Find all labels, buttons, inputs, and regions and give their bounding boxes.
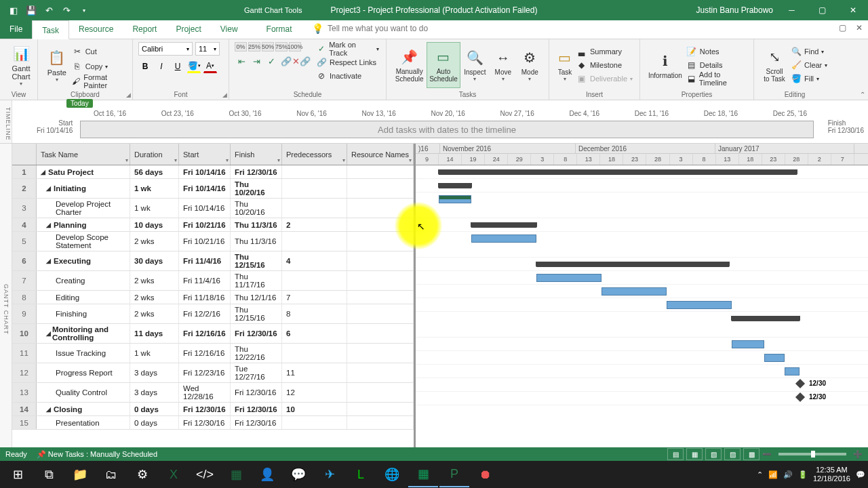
- resource-names-cell[interactable]: [347, 324, 414, 343]
- predecessors-cell[interactable]: [282, 179, 347, 198]
- line-app[interactable]: L: [346, 462, 376, 487]
- chart-row[interactable]: 12/30: [416, 378, 868, 392]
- move-button[interactable]: ↔ Move: [490, 42, 516, 88]
- start-cell[interactable]: Fri 12/30/16: [179, 416, 231, 429]
- table-row[interactable]: 4◢Planning10 daysFri 10/21/16Thu 11/3/16…: [12, 218, 414, 232]
- project-app[interactable]: P: [439, 462, 469, 487]
- chart-row[interactable]: [416, 298, 868, 312]
- task-name-cell[interactable]: Editing: [37, 291, 130, 304]
- table-row[interactable]: 5Develop Scope Statement2 wksFri 10/21/1…: [12, 232, 414, 251]
- whatsapp-app[interactable]: 💬: [283, 462, 313, 487]
- row-id-cell[interactable]: 10: [12, 324, 37, 343]
- clear-button[interactable]: 🧹Clear ▾: [789, 58, 829, 72]
- finish-cell[interactable]: Fri 12/30/16: [231, 165, 282, 178]
- collapse-icon[interactable]: ◢: [46, 185, 52, 192]
- deliverable-button[interactable]: ▣Deliverable ▾: [575, 72, 634, 85]
- task-name-cell[interactable]: ◢Monitoring and Controlling: [37, 324, 130, 343]
- inactivate-button[interactable]: ⊘Inactivate: [315, 69, 380, 83]
- summary-button[interactable]: ▃Summary: [575, 45, 634, 58]
- finish-cell[interactable]: Fri 12/30/16: [231, 324, 282, 343]
- duration-cell[interactable]: 3 days: [130, 363, 179, 382]
- task-bar[interactable]: [439, 195, 471, 203]
- code-app[interactable]: </>: [190, 462, 220, 487]
- task-name-cell[interactable]: ◢Initiating: [37, 179, 130, 198]
- gantt-chart-button[interactable]: 📊 Gantt Chart: [5, 42, 37, 88]
- ribbon-display-options-button[interactable]: ▢: [839, 23, 846, 33]
- explorer-app[interactable]: 🗂: [96, 462, 126, 487]
- table-row[interactable]: 12Progress Report3 daysFri 12/23/16Tue 1…: [12, 363, 414, 383]
- row-id-cell[interactable]: 6: [12, 251, 37, 270]
- col-header-resource-names[interactable]: Resource Names▾: [347, 144, 414, 165]
- duration-cell[interactable]: 0 days: [130, 416, 179, 429]
- duration-cell[interactable]: 0 days: [130, 403, 179, 415]
- finish-cell[interactable]: Thu 10/20/16: [231, 199, 282, 218]
- notes-button[interactable]: 📝Notes: [685, 45, 748, 58]
- chart-row[interactable]: [416, 192, 868, 218]
- telegram-app[interactable]: ✈: [315, 462, 344, 487]
- percent-50-button[interactable]: 50%: [262, 42, 274, 52]
- col-header-finish[interactable]: Finish▾: [231, 144, 282, 165]
- tray-expand-button[interactable]: ⌃: [757, 470, 763, 479]
- start-cell[interactable]: Fri 10/14/16: [179, 165, 231, 178]
- resource-names-cell[interactable]: [347, 251, 414, 270]
- cut-button[interactable]: ✂Cut: [71, 45, 127, 58]
- project-menu-button[interactable]: ◧: [5, 2, 22, 18]
- mark-on-track-button[interactable]: ✓Mark on Track ▾: [315, 42, 380, 56]
- task-bar[interactable]: [785, 367, 800, 375]
- tab-file[interactable]: File: [0, 20, 32, 39]
- undo-button[interactable]: ↶: [41, 2, 57, 18]
- bold-button[interactable]: B: [138, 60, 152, 73]
- file-explorer-app[interactable]: 📁: [65, 462, 95, 487]
- row-id-cell[interactable]: 14: [12, 403, 37, 415]
- collapse-icon[interactable]: ◢: [46, 222, 52, 228]
- clipboard-dialog-launcher[interactable]: ◢: [126, 92, 131, 98]
- view-task-usage-button[interactable]: ▦: [686, 448, 703, 460]
- ribbon-close-button[interactable]: ✕: [856, 23, 863, 33]
- battery-icon[interactable]: 🔋: [798, 470, 808, 479]
- start-cell[interactable]: Fri 10/21/16: [179, 218, 231, 231]
- duration-cell[interactable]: 1 wk: [130, 199, 179, 218]
- milestone-button[interactable]: ◆Milestone: [575, 58, 634, 72]
- row-id-cell[interactable]: 15: [12, 416, 37, 429]
- col-header-task-name[interactable]: Task Name▾: [37, 144, 130, 165]
- link-tasks-button[interactable]: 🔗: [279, 54, 293, 68]
- task-name-cell[interactable]: Develop Project Charter: [37, 199, 130, 218]
- finish-cell[interactable]: Fri 12/30/16: [231, 383, 282, 402]
- new-tasks-mode[interactable]: 📌 New Tasks : Manually Scheduled: [37, 450, 157, 459]
- percent-25-button[interactable]: 25%: [248, 42, 260, 52]
- notifications-button[interactable]: 💬: [856, 470, 865, 479]
- mode-button[interactable]: ⚙ Mode: [517, 42, 543, 88]
- finish-cell[interactable]: Thu 10/20/16: [231, 179, 282, 198]
- minimize-button[interactable]: ─: [776, 0, 807, 20]
- predecessors-cell[interactable]: 2: [282, 218, 347, 231]
- start-cell[interactable]: Fri 10/14/16: [179, 179, 231, 198]
- summary-bar[interactable]: [536, 262, 729, 267]
- finish-cell[interactable]: Thu 12/15/16: [231, 251, 282, 270]
- start-cell[interactable]: Fri 11/18/16: [179, 291, 231, 304]
- predecessors-cell[interactable]: 11: [282, 363, 347, 382]
- finish-cell[interactable]: Thu 12/15/16: [231, 304, 282, 323]
- collapse-icon[interactable]: ◢: [41, 169, 47, 176]
- start-cell[interactable]: Fri 12/30/16: [179, 403, 231, 415]
- predecessors-cell[interactable]: [282, 199, 347, 218]
- resource-names-cell[interactable]: [347, 403, 414, 415]
- details-button[interactable]: ▤Details: [685, 58, 748, 72]
- table-row[interactable]: 3Develop Project Charter1 wkFri 10/14/16…: [12, 199, 414, 218]
- table-row[interactable]: 15Presentation0 daysFri 12/30/16Fri 12/3…: [12, 416, 414, 430]
- clock[interactable]: 12:35 AM 12/18/2016: [813, 466, 850, 483]
- table-row[interactable]: 11Issue Tracking1 wkFri 12/16/16Thu 12/2…: [12, 344, 414, 363]
- start-cell[interactable]: Fri 10/21/16: [179, 232, 231, 251]
- recorder-app[interactable]: ⏺: [471, 462, 500, 487]
- settings-app[interactable]: ⚙: [127, 462, 157, 487]
- col-header-predecessors[interactable]: Predecessors▾: [282, 144, 347, 165]
- row-id-cell[interactable]: 2: [12, 179, 37, 198]
- collapse-icon[interactable]: ◢: [46, 258, 52, 264]
- row-id-cell[interactable]: 12: [12, 363, 37, 382]
- resource-names-cell[interactable]: [347, 179, 414, 198]
- table-row[interactable]: 13Quality Control3 daysWed 12/28/16Fri 1…: [12, 383, 414, 403]
- highlight-color-button[interactable]: 🪣▾: [187, 60, 201, 73]
- chart-row[interactable]: [416, 218, 868, 232]
- resource-names-cell[interactable]: [347, 291, 414, 304]
- task-name-cell[interactable]: ◢Executing: [37, 251, 130, 270]
- row-id-cell[interactable]: 3: [12, 199, 37, 218]
